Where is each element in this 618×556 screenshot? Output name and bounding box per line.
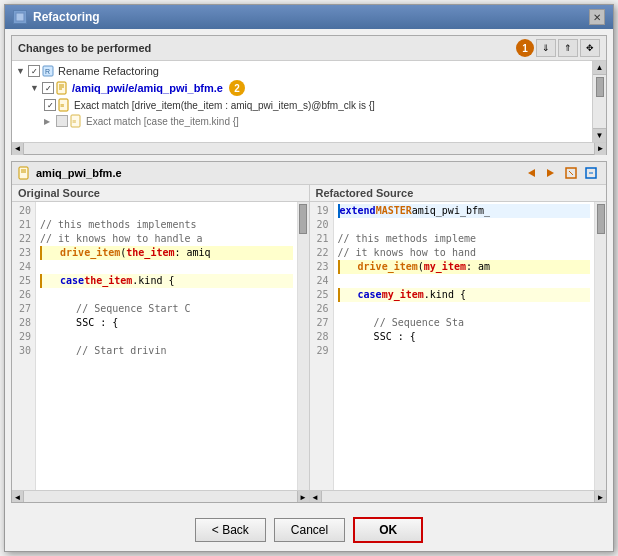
code-icon-2[interactable] <box>542 164 560 182</box>
refactor-icon: R <box>42 64 56 78</box>
ref-line-20 <box>338 218 591 232</box>
ref-line-25: case my_item.kind { <box>338 288 591 302</box>
code-section: amiq_pwi_bfm.e <box>11 161 607 503</box>
orig-line-27: // Sequence Start C <box>40 302 293 316</box>
ref-line-24 <box>338 274 591 288</box>
orig-hscroll[interactable]: ◄ ► <box>12 490 310 502</box>
refactoring-dialog: Refactoring ✕ Changes to be performed 1 … <box>4 4 614 552</box>
original-pane-content: 20 21 22 23 24 25 26 27 28 29 30 <box>12 202 309 490</box>
checkbox-file[interactable]: ✓ <box>42 82 54 94</box>
changes-tree: ▼ ✓ R Rename Refactoring ▼ ✓ <box>12 61 592 142</box>
expand-arrow: ▼ <box>16 66 26 76</box>
dialog-footer: < Back Cancel OK <box>5 509 613 551</box>
code-panes: 20 21 22 23 24 25 26 27 28 29 30 <box>12 202 606 490</box>
ref-line-22: // it knows how to hand <box>338 246 591 260</box>
ref-line-28: SSC : { <box>338 330 591 344</box>
dialog-title: Refactoring <box>33 10 100 24</box>
code-icon-4[interactable] <box>582 164 600 182</box>
ref-line-27: // Sequence Sta <box>338 316 591 330</box>
badge-2: 2 <box>229 80 245 96</box>
original-source-header: Original Source <box>12 185 310 201</box>
expand-arrow-match2: ▶ <box>44 117 54 126</box>
ref-line-26 <box>338 302 591 316</box>
code-header: amiq_pwi_bfm.e <box>12 162 606 185</box>
orig-line-22: // it knows how to handle a <box>40 232 293 246</box>
title-bar-left: Refactoring <box>13 10 100 24</box>
title-bar: Refactoring ✕ <box>5 5 613 29</box>
ref-scroll-left[interactable]: ◄ <box>310 491 322 503</box>
orig-line-20 <box>40 204 293 218</box>
changes-scrollbar[interactable]: ▲ ▼ <box>592 61 606 142</box>
badge-1: 1 <box>516 39 534 57</box>
scroll-up-button[interactable]: ▲ <box>593 61 606 75</box>
ok-button[interactable]: OK <box>353 517 423 543</box>
code-filename-label: amiq_pwi_bfm.e <box>36 167 122 179</box>
orig-line-26 <box>40 288 293 302</box>
move-down-button[interactable]: ⇓ <box>536 39 556 57</box>
dialog-icon <box>13 10 27 24</box>
code-hscroll[interactable]: ◄ ► ◄ ► <box>12 490 606 502</box>
refactored-pane-content: 19 20 21 22 23 24 25 26 27 28 29 <box>310 202 607 490</box>
checkbox-match1[interactable]: ✓ <box>44 99 56 111</box>
refactored-line-numbers: 19 20 21 22 23 24 25 26 27 28 29 <box>310 202 334 490</box>
ref-line-19: extend MASTER amiq_pwi_bfm_ <box>338 204 591 218</box>
orig-line-25: case the_item.kind { <box>40 274 293 288</box>
code-filename: amiq_pwi_bfm.e <box>18 166 122 180</box>
pane-headers: Original Source Refactored Source <box>12 185 606 202</box>
changes-section: Changes to be performed 1 ⇓ ⇑ ✥ ▼ ✓ <box>11 35 607 155</box>
tree-item-match-2[interactable]: ▶ ≡ Exact match [case the_item.kind {] <box>14 113 590 129</box>
match-icon-1: ≡ <box>58 98 72 112</box>
tree-item-file[interactable]: ▼ ✓ /amiq_pwi/e/amiq_pwi_bfm.e 2 <box>14 79 590 97</box>
refactored-source-header: Refactored Source <box>310 185 607 201</box>
orig-scroll-left[interactable]: ◄ <box>12 491 24 503</box>
cancel-button[interactable]: Cancel <box>274 518 345 542</box>
checkbox-rename[interactable]: ✓ <box>28 65 40 77</box>
changes-toolbar: 1 ⇓ ⇑ ✥ <box>516 39 600 57</box>
ref-line-21: // this methods impleme <box>338 232 591 246</box>
scroll-down-button[interactable]: ▼ <box>593 128 606 142</box>
original-source-pane: 20 21 22 23 24 25 26 27 28 29 30 <box>12 202 310 490</box>
code-icon-3[interactable] <box>562 164 580 182</box>
scroll-left-button[interactable]: ◄ <box>12 143 24 155</box>
changes-header: Changes to be performed 1 ⇓ ⇑ ✥ <box>12 36 606 61</box>
orig-line-28: SSC : { <box>40 316 293 330</box>
close-button[interactable]: ✕ <box>589 9 605 25</box>
original-code-lines: // this methods implements // it knows h… <box>36 202 297 490</box>
svg-rect-11 <box>19 167 28 179</box>
ref-line-29 <box>338 344 591 358</box>
orig-scroll-right[interactable]: ► <box>297 491 309 503</box>
svg-text:≡: ≡ <box>60 102 64 109</box>
file-icon-code <box>18 166 32 180</box>
orig-line-21: // this methods implements <box>40 218 293 232</box>
scroll-right-button[interactable]: ► <box>594 143 606 155</box>
ref-scroll-right[interactable]: ► <box>594 491 606 503</box>
original-line-numbers: 20 21 22 23 24 25 26 27 28 29 30 <box>12 202 36 490</box>
code-icons <box>522 164 600 182</box>
code-icon-1[interactable] <box>522 164 540 182</box>
svg-text:≡: ≡ <box>72 118 76 125</box>
move-up-button[interactable]: ⇑ <box>558 39 578 57</box>
back-button[interactable]: < Back <box>195 518 266 542</box>
orig-line-30: // Start drivin <box>40 344 293 358</box>
orig-line-23: drive_item(the_item : amiq <box>40 246 293 260</box>
match-2-label: Exact match [case the_item.kind {] <box>86 116 239 127</box>
dialog-body: Changes to be performed 1 ⇓ ⇑ ✥ ▼ ✓ <box>5 29 613 509</box>
refactored-pane-scrollbar[interactable] <box>594 202 606 490</box>
checkbox-match2[interactable] <box>56 115 68 127</box>
orig-line-29 <box>40 330 293 344</box>
tree-item-match-1[interactable]: ✓ ≡ Exact match [drive_item(the_item : a… <box>14 97 590 113</box>
match-1-label: Exact match [drive_item(the_item : amiq_… <box>74 100 375 111</box>
original-pane-scrollbar[interactable] <box>297 202 309 490</box>
file-icon <box>56 81 70 95</box>
expand-arrow-file: ▼ <box>30 83 40 93</box>
tree-item-rename-refactoring[interactable]: ▼ ✓ R Rename Refactoring <box>14 63 590 79</box>
svg-line-17 <box>569 171 573 175</box>
refactored-code-lines: extend MASTER amiq_pwi_bfm_ // this meth… <box>334 202 595 490</box>
svg-rect-0 <box>16 13 24 21</box>
ref-hscroll[interactable]: ◄ ► <box>310 490 607 502</box>
expand-button[interactable]: ✥ <box>580 39 600 57</box>
file-path-label: /amiq_pwi/e/amiq_pwi_bfm.e <box>72 82 223 94</box>
changes-hscroll[interactable]: ◄ ► <box>12 142 606 154</box>
changes-tree-wrapper: ▼ ✓ R Rename Refactoring ▼ ✓ <box>12 61 606 142</box>
svg-marker-15 <box>547 169 554 177</box>
